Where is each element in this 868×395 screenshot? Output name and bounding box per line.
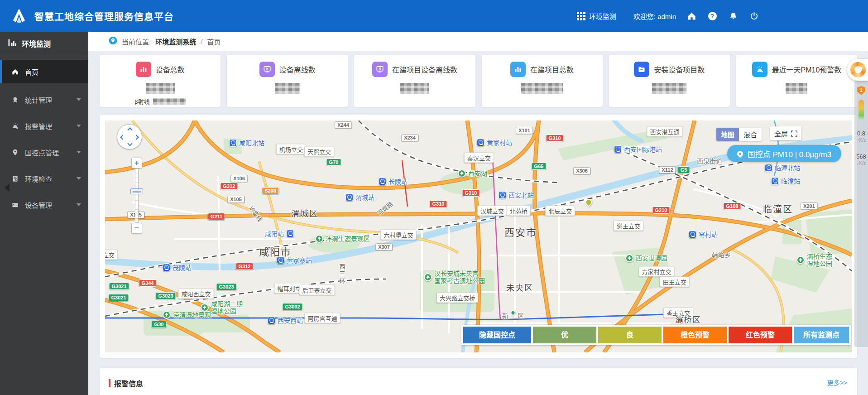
map-station[interactable]: 临潼北站: [765, 163, 800, 172]
road-shield: G310: [546, 135, 564, 142]
road-shield: G312: [221, 183, 238, 190]
road-shield: X201: [801, 202, 818, 210]
map-station[interactable]: 咸阳站: [265, 229, 294, 238]
road-shield: G312: [236, 263, 254, 270]
masked-value: [146, 83, 175, 94]
breadcrumb-system[interactable]: 环境监测系统: [155, 37, 196, 46]
legend-button-1[interactable]: 优: [533, 327, 596, 343]
map-type-hybrid[interactable]: 混合: [739, 128, 762, 141]
map-park[interactable]: 西安世博园: [625, 254, 667, 262]
map-park[interactable]: 沣渭生态景观区: [315, 235, 370, 243]
map-legend-bar: 隐藏国控点优良橙色预警红色预警所有监测点: [461, 325, 851, 345]
sidebar-item-label: 国控点管理: [25, 148, 59, 157]
road-shield: G65: [532, 163, 547, 170]
road-shield: G211: [208, 213, 225, 220]
signal-gradient-bar: [858, 100, 864, 120]
sidebar-collapse-icon[interactable]: [5, 183, 10, 192]
road-shield: G3002: [282, 303, 302, 310]
pm10-tooltip[interactable]: 国控点 PM10 | 0.0μg/m3: [727, 145, 841, 162]
fullscreen-icon: [791, 130, 797, 137]
sidebar-item-5[interactable]: 设备管理: [0, 193, 88, 217]
map-station[interactable]: 长陵站: [379, 177, 408, 186]
map-park[interactable]: 涝渭湿地景观: [163, 311, 211, 319]
chart-icon: [136, 62, 151, 77]
railway-station-icon: [499, 191, 506, 199]
map-type-map[interactable]: 地图: [716, 128, 739, 141]
park-icon: [625, 254, 633, 262]
doc-icon: [634, 62, 649, 77]
more-link[interactable]: 更多>>: [827, 378, 847, 387]
sidebar-item-3[interactable]: 国控点管理: [0, 140, 88, 164]
top-header: 智慧工地综合管理服务信息平台 环境监测 欢迎您: admin ?: [0, 0, 868, 32]
stat-card-2: 在建项目设备离线数: [354, 55, 475, 107]
monitor-point-pin[interactable]: [511, 310, 516, 315]
map-station[interactable]: 咸阳北站: [229, 138, 264, 147]
sidebar-item-4[interactable]: 环境检查: [0, 167, 88, 190]
road-shield: G70: [326, 159, 341, 166]
app-logo-icon: [10, 7, 28, 25]
road-shield: G310: [430, 200, 447, 207]
map-road-label: 秦汉立交: [464, 153, 494, 163]
sidebar-item-2[interactable]: 报警管理: [0, 114, 88, 138]
place-label: 新: [502, 311, 508, 320]
map-station[interactable]: 窑村站: [689, 230, 718, 239]
pin-icon: [11, 149, 19, 156]
legend-button-3[interactable]: 橙色预警: [663, 327, 727, 343]
map-station[interactable]: 西安国际港站: [614, 145, 662, 154]
location-pin-icon: [109, 36, 117, 46]
power-icon[interactable]: [748, 10, 759, 21]
map-station[interactable]: 茂陵站: [163, 263, 192, 272]
map-pan-control[interactable]: [117, 124, 142, 149]
railway-station-icon: [163, 264, 170, 271]
legend-button-4[interactable]: 红色预警: [729, 327, 792, 343]
breadcrumb: 当前位置: 环境监测系统 / 首页: [88, 32, 868, 51]
map-road-label: 方家村立交: [638, 266, 674, 277]
map-road-label: 后卫寨立交: [299, 285, 335, 295]
stat-card-title: 设备总数: [156, 64, 185, 75]
zoom-slider-handle[interactable]: [130, 188, 143, 194]
legend-button-5[interactable]: 所有监测点: [794, 327, 849, 343]
map-station[interactable]: 渭城站: [345, 193, 374, 202]
net-speed-panel[interactable]: 1 0.8 ↑K/s 568 ↓K/s: [854, 81, 868, 347]
map-station[interactable]: 黄家村站: [477, 138, 512, 147]
park-icon: [163, 311, 171, 319]
fullscreen-button[interactable]: 全屏: [770, 126, 801, 140]
road-shield: X112: [659, 166, 676, 173]
legend-button-2[interactable]: 良: [598, 327, 662, 343]
monitorx-icon: [372, 62, 388, 77]
map-canvas[interactable]: 咸阳北站黄家村站西安国际港站长陵站渭城站咸阳站西安北站临潼北站临潼站窑村站茂陵站…: [105, 120, 852, 352]
zoom-out-button[interactable]: −: [131, 223, 142, 234]
home-icon: [11, 68, 19, 76]
sidebar-item-1[interactable]: 统计管理: [0, 88, 88, 111]
map-park[interactable]: 灞桥生态湿地公园: [796, 253, 832, 267]
sidebar-item-label: 首页: [25, 67, 38, 77]
area-label: 临潼区: [763, 202, 793, 215]
railway-station-icon: [477, 139, 484, 146]
bell-icon[interactable]: [728, 10, 739, 21]
app-title: 智慧工地综合管理服务信息平台: [34, 9, 174, 23]
place-label: 区: [518, 311, 524, 320]
map-station[interactable]: 西安西站: [268, 316, 303, 325]
home-icon[interactable]: [686, 10, 697, 21]
chart-icon: [510, 62, 526, 77]
zoom-in-button[interactable]: +: [131, 158, 142, 169]
zoom-slider-track[interactable]: [135, 169, 139, 223]
map-road-label: 咸阳西立交: [178, 289, 214, 299]
map-station[interactable]: 临潼站: [771, 176, 800, 185]
map-road-label: 大兴路立交桥: [436, 293, 478, 303]
alarm-icon: [11, 122, 19, 130]
railway-station-icon: [229, 139, 237, 147]
sidebar-item-0[interactable]: 首页: [0, 60, 88, 83]
map-station[interactable]: 西安北站: [499, 190, 534, 199]
floating-widget-tab[interactable]: [847, 59, 868, 81]
map-park[interactable]: 汉长安城未央宫国家考古遗址公园: [424, 270, 485, 284]
monitor-point-pin[interactable]: [585, 199, 592, 206]
map-park[interactable]: 西安湖: [458, 169, 487, 178]
bar-chart-icon: [8, 39, 17, 48]
road-shield: G5: [678, 166, 690, 173]
legend-button-0[interactable]: 隐藏国控点: [463, 327, 531, 343]
help-icon[interactable]: ?: [707, 10, 718, 21]
module-switcher[interactable]: 环境监测: [577, 11, 616, 21]
masked-subvalue: [153, 98, 186, 105]
road-shield: G30: [152, 321, 167, 328]
